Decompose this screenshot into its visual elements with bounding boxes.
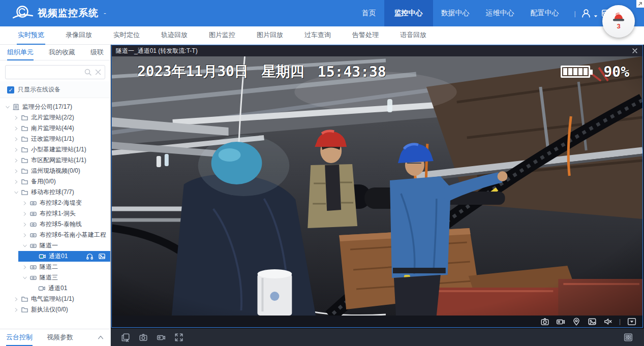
tree-row[interactable]: 布控球6-苍南小基建工程 — [0, 230, 110, 240]
module-tab[interactable]: 告警处理 — [351, 26, 380, 45]
module-tab[interactable]: 语音回放 — [399, 26, 427, 45]
snapshot-icon[interactable] — [540, 317, 549, 326]
close-icon[interactable] — [631, 47, 638, 54]
chevron-down-icon[interactable] — [21, 242, 28, 249]
nav-item[interactable]: 监控中心 — [384, 0, 433, 26]
tree-label: 通道01 — [49, 252, 68, 261]
chevron-right-icon[interactable] — [21, 264, 28, 271]
record-icon[interactable] — [556, 317, 565, 326]
headphones-icon[interactable] — [86, 253, 94, 260]
chevron-right-icon[interactable] — [13, 168, 20, 175]
chevron-right-icon[interactable] — [21, 232, 28, 239]
chevron-right-icon[interactable] — [13, 296, 20, 303]
folder-icon — [21, 135, 28, 143]
tree-row[interactable]: 迁改监理站(1/1) — [0, 134, 110, 144]
mute-icon[interactable] — [603, 317, 612, 326]
caret-down-icon[interactable] — [593, 12, 598, 17]
chevron-down-icon[interactable] — [13, 189, 20, 196]
tree-label: 市区配网监理站(1/1) — [31, 156, 86, 165]
tree-label: 北片监理站(2/2) — [31, 113, 74, 122]
tree-row[interactable]: 备用(0/0) — [0, 176, 110, 187]
tree-row[interactable]: 布控球5-泰翰线 — [0, 219, 110, 230]
record-icon[interactable] — [157, 333, 166, 342]
nav-item[interactable]: 配置中心 — [523, 0, 567, 26]
close-all-icon[interactable] — [121, 333, 130, 342]
tree-row[interactable]: 布控球1-洞头 — [0, 208, 110, 219]
collapse-panel-icon[interactable] — [97, 334, 104, 341]
chevron-right-icon[interactable] — [13, 157, 20, 164]
tree-row[interactable]: 隧道二 — [0, 262, 110, 272]
chevron-spacer — [30, 285, 37, 292]
sidebar-tab[interactable]: 组织单元 — [7, 45, 34, 60]
tree-row[interactable]: 隧道一 — [0, 240, 110, 251]
checkbox-checked-icon[interactable]: ✓ — [7, 86, 14, 93]
tree-row[interactable]: 移动布控球(7/7) — [0, 187, 110, 198]
nav-item[interactable]: 运维中心 — [478, 0, 523, 26]
chevron-right-icon[interactable] — [13, 136, 20, 143]
clear-icon[interactable] — [94, 68, 102, 76]
video-cell-toolbar: | — [112, 316, 642, 327]
tree-row[interactable]: 北片监理站(2/2) — [0, 112, 110, 123]
tree-row[interactable]: 电气监理站(1/1) — [0, 294, 110, 304]
tree-row[interactable]: 隧道三 — [0, 272, 110, 283]
stream-menu-icon[interactable] — [627, 317, 636, 326]
person-icon[interactable] — [581, 8, 591, 18]
header-nav: 首页监控中心数据中心运维中心配置中心 — [354, 0, 567, 26]
image-icon[interactable] — [98, 253, 106, 260]
chevron-right-icon[interactable] — [21, 200, 28, 207]
module-tab[interactable]: 录像回放 — [65, 26, 93, 45]
video-title-bar: 隧道一_通道01 (转发取流:T-T) — [112, 45, 642, 56]
tree-row[interactable]: 监理分公司(17/17) — [0, 102, 110, 112]
folder-icon — [21, 167, 28, 175]
sidebar-tab[interactable]: 级联 — [90, 45, 104, 60]
module-tab[interactable]: 过车查询 — [303, 26, 332, 45]
chevron-down-icon[interactable] — [21, 274, 28, 281]
online-only-filter[interactable]: ✓ 只显示在线设备 — [0, 81, 110, 98]
tree-row[interactable]: 布控球2-海堤变 — [0, 198, 110, 208]
location-icon[interactable] — [572, 317, 581, 326]
tree-label: 监理分公司(17/17) — [22, 103, 72, 111]
chevron-right-icon[interactable] — [21, 221, 28, 228]
tree-row[interactable]: 通道01 — [0, 283, 110, 294]
tree-row[interactable]: 新执法仪(0/0) — [0, 304, 110, 315]
device-icon — [29, 231, 37, 239]
chevron-right-icon[interactable] — [13, 114, 20, 121]
sidebar-tabs: 组织单元我的收藏级联 — [0, 45, 110, 60]
sidebar-tab[interactable]: 我的收藏 — [49, 45, 75, 60]
tree-row[interactable]: 市区配网监理站(1/1) — [0, 155, 110, 166]
sidebar: 组织单元我的收藏级联 ✓ 只显示在线设备 监理分公司(17/17)北片监理站(2… — [0, 45, 111, 346]
module-tab[interactable]: 实时预览 — [17, 26, 45, 45]
alarm-button[interactable]: 3 — [602, 5, 635, 38]
chevron-right-icon[interactable] — [13, 146, 20, 153]
app-title: 视频监控系统 — [38, 7, 99, 20]
module-tab[interactable]: 实时定位 — [112, 26, 141, 45]
chevron-right-icon[interactable] — [13, 125, 20, 132]
search-icon[interactable] — [84, 68, 92, 76]
module-tab[interactable]: 轨迹回放 — [160, 26, 189, 45]
chevron-right-icon[interactable] — [13, 306, 20, 313]
nav-item[interactable]: 首页 — [354, 0, 384, 26]
sidebar-bottom-tab[interactable]: 视频参数 — [47, 329, 73, 346]
tree-label: 隧道二 — [40, 263, 58, 271]
tree-row[interactable]: 温州现场视频(0/0) — [0, 166, 110, 176]
image-icon[interactable] — [588, 317, 597, 326]
sidebar-bottom-tab[interactable]: 云台控制 — [6, 329, 33, 346]
chevron-right-icon[interactable] — [21, 210, 28, 217]
tree-row[interactable]: 小型基建监理站(1/1) — [0, 144, 110, 155]
tree-row[interactable]: 南片监理站(4/4) — [0, 123, 110, 134]
snapshot-icon[interactable] — [139, 333, 148, 342]
fullscreen-icon[interactable] — [174, 333, 183, 342]
grid-layout-icon[interactable] — [624, 333, 633, 342]
video-title: 隧道一_通道01 (转发取流:T-T) — [116, 47, 198, 55]
folder-icon — [21, 178, 28, 185]
video-cell[interactable]: 隧道一_通道01 (转发取流:T-T) — [111, 45, 643, 328]
module-tab[interactable]: 图片监控 — [208, 26, 236, 45]
external-arrow-icon[interactable] — [636, 0, 644, 8]
nav-item[interactable]: 数据中心 — [433, 0, 478, 26]
chevron-right-icon[interactable] — [13, 178, 20, 185]
tree-label: 布控球2-海堤变 — [40, 199, 82, 207]
device-icon — [29, 263, 37, 271]
chevron-down-icon[interactable] — [4, 104, 11, 111]
tree-row[interactable]: 通道01 — [18, 251, 110, 262]
module-tab[interactable]: 图片回放 — [256, 26, 284, 45]
